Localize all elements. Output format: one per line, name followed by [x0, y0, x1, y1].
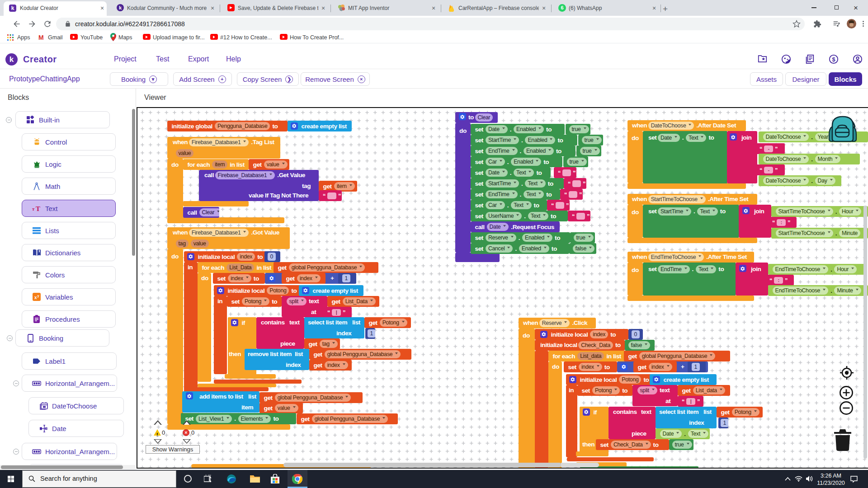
svg-text:$: $	[832, 56, 835, 63]
svg-text:т: т	[32, 206, 35, 211]
svg-text:x: x	[34, 295, 37, 300]
svg-text:T: T	[36, 205, 40, 212]
